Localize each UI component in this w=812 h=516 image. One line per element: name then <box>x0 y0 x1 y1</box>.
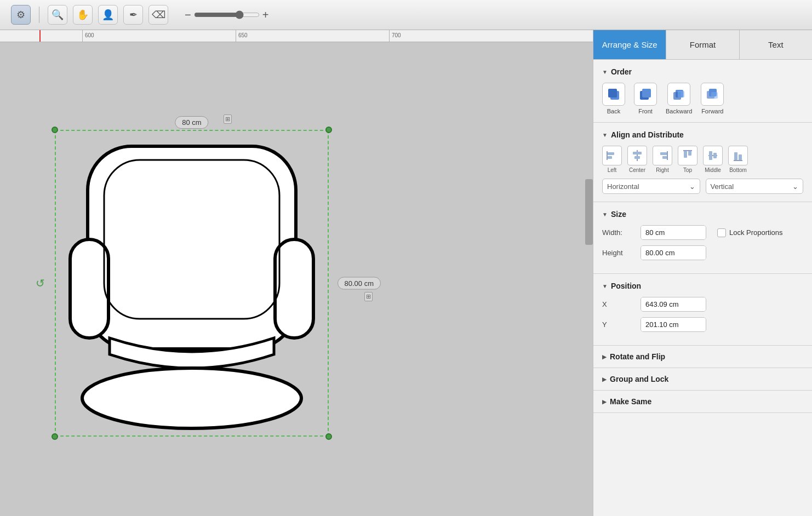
make-same-section-header[interactable]: Make Same <box>593 391 812 413</box>
vertical-distribute-label: Vertical <box>711 182 734 191</box>
eraser-button[interactable]: ⌫ <box>148 5 168 25</box>
lock-checkbox[interactable] <box>717 228 726 237</box>
align-section-header[interactable]: Align and Distribute <box>602 130 803 139</box>
svg-rect-20 <box>634 156 640 159</box>
align-right-icon <box>653 146 672 165</box>
right-panel: Arrange & Size Format Text Order <box>593 30 812 516</box>
stamp-button[interactable]: 👤 <box>98 5 118 25</box>
align-top-icon <box>678 146 697 165</box>
dimension-icon-right: ⊞ <box>364 292 373 301</box>
order-front-item[interactable]: Front <box>634 83 657 114</box>
ruler-tick-600 <box>82 30 83 42</box>
width-label: Width: <box>602 228 635 237</box>
x-row: X ▲ ▼ <box>602 297 803 312</box>
align-left-label: Left <box>608 167 617 173</box>
zoom-slider[interactable] <box>194 10 260 19</box>
front-icon <box>634 83 657 106</box>
align-left-item[interactable]: Left <box>602 146 622 173</box>
svg-rect-17 <box>608 156 612 159</box>
make-same-arrow <box>602 399 607 405</box>
order-arrow <box>602 69 608 75</box>
eyedropper-button[interactable]: ✒ <box>123 5 143 25</box>
svg-rect-31 <box>734 152 737 160</box>
forward-label: Forward <box>701 108 723 114</box>
ruler-red-marker <box>39 30 41 42</box>
size-section-header[interactable]: Size <box>602 210 803 219</box>
ruler-label-700: 700 <box>392 32 401 38</box>
svg-rect-25 <box>684 151 687 158</box>
svg-rect-32 <box>739 154 742 160</box>
group-lock-arrow <box>602 376 607 382</box>
align-middle-item[interactable]: Middle <box>703 146 723 173</box>
order-backward-item[interactable]: Backward <box>666 83 692 114</box>
vertical-distribute-select[interactable]: Vertical ⌄ <box>706 179 804 194</box>
align-center-item[interactable]: Center <box>627 146 647 173</box>
size-arrow <box>602 211 608 217</box>
search-button[interactable]: 🔍 <box>48 5 67 25</box>
align-right-label: Right <box>656 167 668 173</box>
tab-arrange-size[interactable]: Arrange & Size <box>593 30 666 59</box>
align-middle-label: Middle <box>705 167 720 173</box>
align-left-icon <box>602 146 622 165</box>
svg-rect-23 <box>662 156 667 159</box>
ruler: 600 650 700 <box>0 30 593 42</box>
zoom-out-button[interactable]: − <box>185 9 191 21</box>
height-input[interactable] <box>641 246 706 260</box>
width-input-wrap: ▲ ▼ <box>641 225 706 240</box>
align-bottom-item[interactable]: Bottom <box>728 146 748 173</box>
order-buttons: Back Front <box>602 83 803 114</box>
align-center-icon <box>627 146 647 165</box>
group-lock-section-header[interactable]: Group and Lock <box>593 368 812 391</box>
y-label: Y <box>602 320 635 329</box>
rotate-flip-section-header[interactable]: Rotate and Flip <box>593 346 812 368</box>
order-section-header[interactable]: Order <box>602 67 803 76</box>
dimension-icon-top: ⊞ <box>224 114 232 124</box>
align-right-item[interactable]: Right <box>653 146 672 173</box>
drawing-area[interactable]: ↺ 80 cm ⊞ 80.00 cm ⊞ <box>0 42 593 516</box>
position-section: Position X ▲ ▼ Y ▲ ▼ <box>593 274 812 346</box>
width-row: Width: ▲ ▼ Lock Proportions <box>602 225 803 240</box>
ruler-label-600: 600 <box>85 32 94 38</box>
ruler-tick-700 <box>389 30 390 42</box>
canvas-scrollbar-thumb[interactable] <box>585 179 593 245</box>
x-input-wrap: ▲ ▼ <box>641 297 706 312</box>
ruler-label-650: 650 <box>238 32 248 38</box>
svg-rect-19 <box>633 152 642 154</box>
y-row: Y ▲ ▼ <box>602 317 803 332</box>
position-title: Position <box>611 282 641 290</box>
order-back-item[interactable]: Back <box>602 83 625 114</box>
canvas-area[interactable]: 600 650 700 ↺ 80 cm <box>0 30 593 516</box>
position-arrow <box>602 283 608 289</box>
order-section: Order Back <box>593 60 812 123</box>
align-top-label: Top <box>683 167 692 173</box>
rotate-handle[interactable]: ↺ <box>36 277 45 290</box>
dimension-label-right: 80.00 cm <box>338 277 381 290</box>
tab-text[interactable]: Text <box>740 30 812 59</box>
canvas-scrollbar[interactable] <box>585 42 593 516</box>
chair-shape <box>55 130 329 437</box>
horizontal-distribute-select[interactable]: Horizontal ⌄ <box>602 179 700 194</box>
order-forward-item[interactable]: Forward <box>701 83 724 114</box>
align-top-item[interactable]: Top <box>678 146 697 173</box>
group-lock-title: Group and Lock <box>610 375 668 383</box>
order-title: Order <box>611 67 632 76</box>
svg-rect-29 <box>713 153 717 158</box>
x-input[interactable] <box>641 297 706 311</box>
y-input[interactable] <box>641 318 706 331</box>
settings-button[interactable]: ⚙ <box>11 5 31 25</box>
forward-icon <box>701 83 724 106</box>
position-section-header[interactable]: Position <box>602 282 803 290</box>
svg-rect-16 <box>608 152 614 155</box>
height-row: Height ▲ ▼ <box>602 245 803 260</box>
lock-proportions-label: Lock Proportions <box>729 228 783 237</box>
svg-rect-22 <box>660 152 667 155</box>
shape-container[interactable]: ↺ 80 cm ⊞ 80.00 cm ⊞ <box>55 130 329 437</box>
tab-format[interactable]: Format <box>666 30 739 59</box>
width-input[interactable] <box>641 226 706 239</box>
svg-rect-6 <box>608 89 617 98</box>
align-bottom-label: Bottom <box>729 167 747 173</box>
hand-button[interactable]: ✋ <box>73 5 93 25</box>
zoom-in-button[interactable]: + <box>262 9 269 21</box>
align-title: Align and Distribute <box>611 130 684 139</box>
backward-label: Backward <box>666 108 692 114</box>
